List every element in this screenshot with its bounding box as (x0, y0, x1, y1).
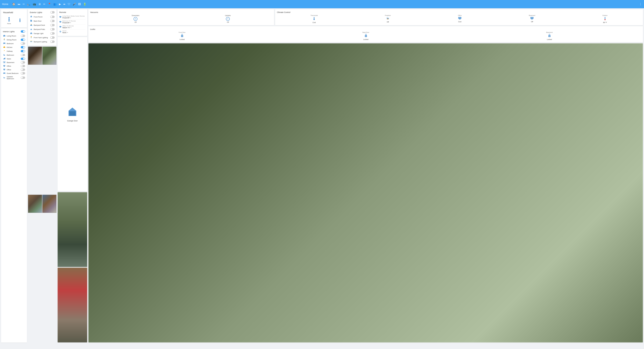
remote-device-name: Living Room Media Center Remote (62, 15, 86, 17)
bed-icon[interactable]: 🛌 (27, 2, 30, 6)
fireplace-icon[interactable] (386, 17, 389, 20)
people-icon[interactable]: 👥 (53, 2, 56, 6)
backyard-deck-toggle[interactable] (50, 24, 55, 26)
remote-select[interactable]: Watch TV ▼ (62, 27, 86, 29)
locks-title: Locks (90, 28, 641, 30)
basement-climate-icon[interactable] (530, 17, 534, 20)
living-room-toggle[interactable] (21, 35, 25, 37)
svg-rect-29 (4, 62, 4, 62)
camera-road[interactable] (58, 192, 87, 267)
ext-item-backyard-patio: Backyard Patio (30, 27, 55, 31)
svg-rect-66 (60, 16, 61, 17)
front-door-lock-icon[interactable] (181, 34, 184, 38)
basement-lock-icon[interactable] (548, 34, 551, 38)
remote-select[interactable]: PowerOff ▼ (62, 17, 86, 19)
pin-icon[interactable]: 📍 (48, 2, 51, 6)
camera-garage-view[interactable] (58, 268, 87, 343)
stairs-toggle[interactable] (21, 58, 25, 60)
front-porch-toggle[interactable] (50, 16, 55, 18)
remote-info: Office TV Remote Watch TV ▼ (62, 25, 86, 29)
camera-2[interactable] (42, 47, 56, 65)
chevron-down-icon: ▼ (70, 17, 71, 18)
basement-toggle[interactable] (21, 61, 25, 63)
garage-light-toggle[interactable] (50, 32, 55, 34)
svg-rect-3 (9, 20, 10, 21)
office-climate-icon[interactable] (458, 17, 462, 20)
col-right: Vacuums Downstairs Off Upstairs Off (88, 9, 643, 343)
interior-lights-card: Interior Lights Living Room Dining Room (1, 28, 27, 343)
display-icon[interactable]: 🖥 (38, 3, 41, 6)
svg-point-62 (31, 41, 32, 41)
remote-item-living-room: Living Room Media Center Remote PowerOff… (59, 15, 86, 19)
bedroom-toggle[interactable] (21, 42, 25, 45)
vacuum-icon-downstairs[interactable] (134, 17, 138, 21)
basement-icon (3, 61, 6, 63)
svg-rect-105 (549, 36, 550, 37)
back-door-lock-icon[interactable] (364, 34, 367, 38)
vacuum-icon-upstairs[interactable] (226, 17, 230, 21)
office1-toggle[interactable] (21, 65, 25, 67)
tv-icon[interactable]: 📺 (33, 2, 36, 6)
svg-rect-79 (69, 113, 76, 114)
kitchen-icon (3, 46, 6, 48)
camera-3[interactable] (28, 195, 42, 213)
pencil-icon[interactable]: ✏ (43, 2, 46, 6)
remote-device-name: Bedroom TV Remote (62, 20, 86, 22)
ext-item-front-yard: Front Yard Lighting (30, 35, 55, 40)
bathroom-toggle[interactable] (21, 54, 25, 56)
light-item-guest-bedroom: Guest Bedroom (3, 71, 25, 75)
interior-lights-main-toggle[interactable] (21, 30, 25, 33)
svg-rect-19 (3, 42, 5, 43)
light-item-bathroom: Bathroom (3, 53, 25, 57)
upstairs-bath-toggle[interactable] (21, 76, 25, 79)
sleep-icon[interactable]: 🛏 (18, 3, 20, 6)
climate-fireplace: Fireplace Off (385, 15, 391, 23)
kitchen-toggle[interactable] (21, 46, 25, 48)
back-door-toggle[interactable] (50, 20, 55, 22)
arrow-icon[interactable]: ➡ (63, 2, 66, 6)
garage-card[interactable]: Garage Door (58, 37, 87, 191)
svg-rect-87 (459, 19, 460, 19)
lock-name: Back Door (362, 31, 369, 33)
exterior-lights-toggle[interactable] (50, 11, 55, 13)
light-label: Bathroom (7, 54, 20, 56)
vacuums-title: Vacuums (90, 11, 272, 13)
mic-icon[interactable]: 🎤 (73, 2, 76, 6)
svg-rect-11 (5, 36, 5, 37)
office2-toggle[interactable] (21, 68, 25, 71)
remote-select[interactable]: PowerOff ▼ (62, 22, 86, 24)
menu-icon[interactable]: ⋮ (639, 2, 642, 6)
person1-label: Home (7, 23, 11, 24)
camera-1[interactable] (28, 47, 42, 65)
app-title: Home (2, 3, 8, 5)
play-icon[interactable]: ▶ (59, 2, 61, 6)
guest-bedroom-toggle[interactable] (21, 72, 25, 74)
backyard-lighting-toggle[interactable] (50, 40, 55, 43)
tools-icon[interactable]: ✂ (23, 2, 25, 6)
svg-rect-41 (3, 74, 4, 74)
ext-item-front-porch: Front Porch (30, 15, 55, 19)
right-camera[interactable] (88, 43, 643, 343)
dining-room-toggle[interactable] (21, 38, 25, 41)
svg-rect-43 (3, 72, 5, 73)
svg-point-55 (31, 36, 32, 37)
home-icon[interactable]: 🏠 (12, 2, 16, 6)
svg-rect-40 (3, 73, 4, 73)
svg-rect-102 (366, 36, 366, 37)
svg-rect-30 (4, 62, 5, 62)
image-icon[interactable]: 🖼 (78, 3, 81, 6)
lock-basement: Basement Locked (546, 31, 553, 40)
front-yard-toggle[interactable] (50, 36, 55, 39)
camera-4[interactable] (42, 195, 56, 213)
light-item-upstairs-bath: Upstairs Bathroom (3, 75, 25, 80)
backyard-patio-toggle[interactable] (50, 28, 55, 30)
ext-label: Front Porch (34, 16, 49, 18)
shield-icon[interactable]: 🛡 (68, 3, 70, 6)
thermostat-icon[interactable] (312, 17, 316, 21)
vacuum-name: Upstairs (225, 15, 231, 16)
household-title: Household (3, 11, 25, 14)
remote-select[interactable]: None ▼ (62, 31, 86, 33)
battery-icon[interactable]: 🔋 (83, 2, 86, 6)
hallway-toggle[interactable] (21, 50, 25, 52)
remote-device-name: Sonos (62, 30, 86, 31)
